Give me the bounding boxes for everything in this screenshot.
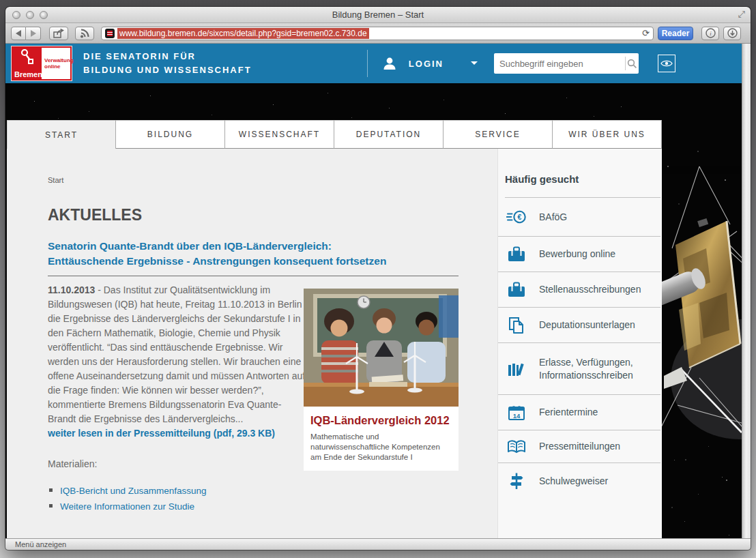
tab-bildung[interactable]: BILDUNG [116,120,225,149]
svg-text:i: i [710,30,712,37]
tab-start[interactable]: START [7,120,116,149]
tab-wir-ueber-uns[interactable]: WIR ÜBER UNS [553,120,662,149]
read-more-link[interactable]: weiter lesen in der Pressemitteilung (pd… [48,428,275,439]
svg-text:14: 14 [513,411,521,419]
tab-deputation[interactable]: DEPUTATION [334,120,444,149]
fullscreen-icon[interactable]: ⤢ [738,9,745,20]
sidebar-item-label: Stellenausschreibungen [539,283,660,296]
photo-caption-title: IQB-Ländervergleich 2012 [310,414,452,427]
site-header: Bremen Verwaltung online DIE SENATORIN F… [5,44,751,83]
article-paragraph: 11.10.2013 - Das Institut zur Qualitätse… [48,283,308,441]
sidebar-item-stellenausschreibungen[interactable]: Stellenausschreibungen [498,272,660,308]
bremen-logo[interactable]: Bremen Verwaltung online [11,46,72,81]
documents-icon [505,316,528,335]
article-text: - Das Institut zur Qualitätsentwicklung … [48,284,305,424]
reload-icon[interactable]: ⟳ [642,28,650,38]
sidebar-title: Häufig gesucht [505,173,660,198]
window-title: Bildung Bremen – Start [5,10,751,20]
logo-city-label: Bremen [14,70,42,78]
forward-button[interactable] [26,27,41,40]
accessibility-view-button[interactable] [658,55,675,72]
org-title-line2: BILDUNG UND WISSENSCHAFT [83,63,252,77]
list-item: IQB-Bericht und Zusammenfassung [48,484,308,498]
books-icon [505,360,528,378]
info-icon: i [706,28,716,38]
eye-icon [660,59,673,68]
quick-links-sidebar: Häufig gesucht € BAföG [497,149,662,538]
study-info-link[interactable]: Weitere Informationen zur Studie [60,501,194,512]
list-item: Weitere Informationen zur Studie [48,499,308,514]
page-title: AKTUELLES [48,206,142,224]
tab-service[interactable]: SERVICE [444,120,553,149]
org-title-line1: DIE SENATORIN FÜR [83,50,252,63]
sidebar-item-label: Bewerbung online [539,248,660,261]
tab-wissenschaft[interactable]: WISSENSCHAFT [225,120,334,149]
page-content: Start AKTUELLES Senatorin Quante-Brandt … [7,149,662,538]
photo-caption-subtitle: Mathematische und naturwissenschaftliche… [310,432,452,462]
downloads-button[interactable] [723,27,741,40]
forward-icon [31,30,36,37]
materials-list: IQB-Bericht und Zusammenfassung Weitere … [48,484,308,514]
sidebar-item-schulwegweiser[interactable]: Schulwegweiser [498,463,660,499]
menu-toggle-link[interactable]: Menü anzeigen [15,540,66,548]
sidebar-item-pressemitteilungen[interactable]: Pressemitteilungen [498,430,660,463]
article-body: 11.10.2013 - Das Institut zur Qualitätse… [48,283,308,515]
search-icon [627,59,637,69]
article-date: 11.10.2013 [48,284,95,295]
article-photo-card: IQB-Ländervergleich 2012 Mathematische u… [304,289,459,471]
logo-service-label: Verwaltung online [42,48,70,79]
signpost-icon [505,471,528,490]
history-nav [11,27,41,40]
back-button[interactable] [11,27,26,40]
breadcrumb[interactable]: Start [48,176,63,184]
sidebar-item-bewerbung-online[interactable]: Bewerbung online [498,237,660,272]
share-icon [53,29,64,38]
sidebar-item-label: BAföG [539,211,660,224]
sidebar-item-ferientermine[interactable]: 14 Ferientermine [498,395,660,430]
url-field[interactable]: www.bildung.bremen.de/sixcms/detail.php?… [101,27,654,40]
site-favicon-icon [105,29,115,38]
search-submit-button[interactable] [626,59,639,69]
sidebar-item-label: Schulwegweiser [539,475,660,488]
sidebar-item-label: Pressemitteilungen [539,440,660,453]
url-text: www.bildung.bremen.de/sixcms/detail.php?… [117,28,369,39]
vertical-scrollbar[interactable] [742,44,751,538]
euro-coin-icon: € [505,208,528,226]
students-photo [304,289,459,407]
titlebar: Bildung Bremen – Start ⤢ [5,7,751,23]
reader-button[interactable]: Reader [658,27,693,40]
search-input[interactable] [494,59,625,69]
open-book-icon [505,439,528,455]
materials-label: Materialien: [48,457,308,471]
iqb-report-link[interactable]: IQB-Bericht und Zusammenfassung [60,486,207,496]
download-icon [727,28,738,38]
status-bar: Menü anzeigen [5,538,751,550]
photo-caption: IQB-Ländervergleich 2012 Mathematische u… [304,409,459,471]
share-button[interactable] [49,27,68,40]
logo-red-panel: Bremen [12,46,42,80]
starfield-band [5,86,6,87]
sidebar-item-label: Ferientermine [539,406,660,419]
sidebar-item-label: Erlasse, Verfügungen, Informationsschrei… [539,356,660,382]
info-button[interactable]: i [701,27,719,40]
article-headline: Senatorin Quante-Brandt über den IQB-Län… [48,239,468,269]
sidebar-item-label: Deputationsunterlagen [539,319,660,332]
browser-window: Bildung Bremen – Start ⤢ www.bildung.bre… [5,7,751,550]
headline-divider [48,276,459,276]
back-icon [16,30,21,37]
main-navigation: START BILDUNG WISSENSCHAFT DEPUTATION SE… [7,120,662,149]
sidebar-item-erlasse[interactable]: Erlasse, Verfügungen, Informationsschrei… [498,343,660,395]
chevron-down-icon[interactable] [471,61,478,68]
page-viewport: Bremen Verwaltung online DIE SENATORIN F… [5,44,751,538]
svg-text:€: € [518,213,522,221]
login-menu[interactable]: LOGIN [367,50,478,77]
site-org-title: DIE SENATORIN FÜR BILDUNG UND WISSENSCHA… [83,50,252,77]
briefcase-icon [505,281,528,299]
user-icon [383,57,396,70]
sidebar-item-deputationsunterlagen[interactable]: Deputationsunterlagen [498,308,660,343]
headline-line1: Senatorin Quante-Brandt über den IQB-Län… [48,239,468,254]
login-label: LOGIN [409,59,444,69]
rss-reading-list-button[interactable] [75,27,94,40]
sidebar-item-bafoeg[interactable]: € BAföG [498,198,660,237]
site-search [494,53,639,74]
